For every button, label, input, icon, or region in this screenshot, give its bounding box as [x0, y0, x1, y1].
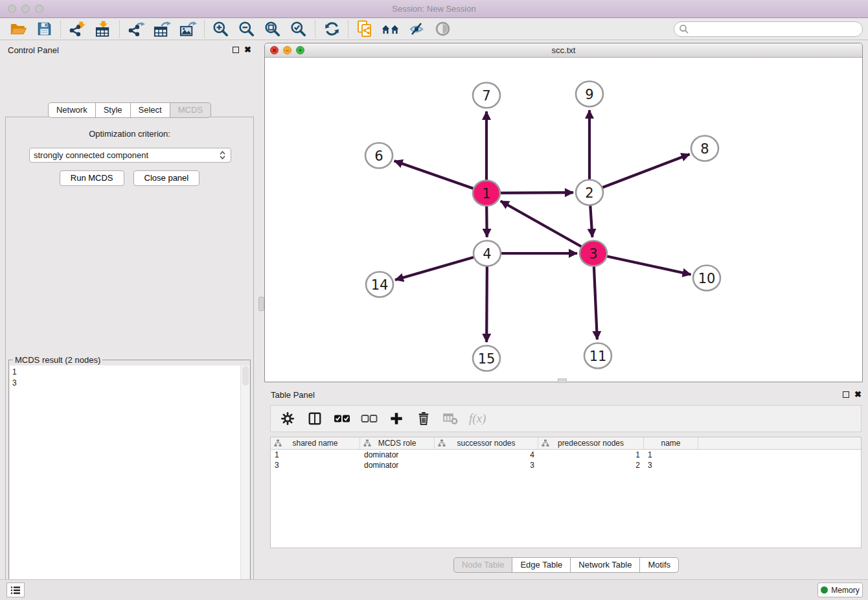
column-header-predecessor-nodes[interactable]: predecessor nodes — [538, 437, 644, 449]
toolbar-separator — [60, 21, 61, 38]
search-input[interactable] — [689, 23, 862, 36]
column-header-name[interactable]: name — [644, 437, 698, 449]
graph-edge-3-1[interactable] — [501, 201, 593, 253]
open-file-icon[interactable] — [5, 19, 31, 39]
memory-button[interactable]: Memory — [817, 583, 863, 597]
tab-edge-table[interactable]: Edge Table — [512, 557, 571, 573]
toolbar-separator — [119, 21, 120, 38]
graph-edge-1-6[interactable] — [394, 161, 486, 193]
graph-edge-3-10[interactable] — [593, 253, 691, 275]
first-neighbors-icon[interactable] — [378, 19, 404, 39]
network-minimize-icon[interactable]: − — [283, 46, 291, 54]
network-window-title: scc.txt — [265, 45, 862, 55]
table-row[interactable]: 1dominator411 — [271, 450, 861, 460]
close-table-panel-icon[interactable]: ✖ — [854, 391, 862, 398]
table-row[interactable]: 3dominator323 — [271, 460, 861, 470]
function-builder-icon[interactable]: f(x) — [469, 410, 486, 428]
add-column-icon[interactable] — [387, 410, 405, 428]
apply-layout-icon[interactable] — [319, 19, 345, 39]
graph-node-1[interactable]: 1 — [473, 181, 500, 206]
graph-node-6[interactable]: 6 — [365, 143, 393, 168]
column-header-shared-name[interactable]: shared name — [271, 437, 360, 449]
table-cell[interactable]: dominator — [360, 450, 435, 460]
control-panel-title: Control Panel — [8, 45, 59, 55]
table-cell[interactable]: 1 — [538, 450, 644, 460]
graph-node-7[interactable]: 7 — [473, 83, 500, 108]
delete-column-icon[interactable] — [415, 410, 433, 428]
table-cell[interactable]: 3 — [435, 460, 538, 470]
import-network-icon[interactable] — [64, 19, 90, 39]
network-graph[interactable]: 7968124314101511 — [265, 58, 862, 382]
export-image-icon[interactable] — [175, 19, 201, 39]
network-window-titlebar[interactable]: ✕ − + scc.txt — [265, 43, 862, 58]
gear-icon[interactable] — [279, 410, 297, 428]
tab-style[interactable]: Style — [95, 102, 131, 118]
network-canvas[interactable]: 7968124314101511 — [265, 58, 862, 382]
mcds-result-scrollbar[interactable] — [240, 365, 249, 600]
close-panel-button[interactable]: Close panel — [133, 170, 200, 186]
import-table-icon[interactable] — [90, 19, 116, 39]
mcds-panel: Optimization criterion: strongly connect… — [5, 117, 254, 600]
table-cell[interactable]: 1 — [644, 450, 698, 460]
svg-text:9: 9 — [585, 87, 593, 102]
show-all-icon[interactable] — [429, 19, 455, 39]
graph-node-14[interactable]: 14 — [366, 272, 393, 297]
zoom-selected-icon[interactable] — [286, 19, 312, 39]
column-header-successor-nodes[interactable]: successor nodes — [435, 437, 538, 449]
hide-selected-icon[interactable] — [404, 19, 429, 39]
graph-node-2[interactable]: 2 — [576, 180, 603, 205]
task-list-icon — [10, 586, 21, 595]
close-panel-icon[interactable]: ✖ — [244, 47, 251, 53]
network-resize-grip[interactable] — [558, 378, 567, 383]
task-history-button[interactable] — [6, 583, 25, 597]
graph-edge-2-8[interactable] — [589, 154, 690, 192]
split-pane-grip[interactable] — [258, 297, 264, 311]
node-table[interactable]: shared nameMCDS rolesuccessor nodesprede… — [270, 437, 862, 548]
zoom-fit-icon[interactable] — [260, 19, 286, 39]
table-panel-title: Table Panel — [271, 390, 315, 400]
table-tabs: Node TableEdge TableNetwork TableMotifs — [264, 555, 868, 575]
network-maximize-icon[interactable]: + — [296, 46, 304, 54]
zoom-in-icon[interactable] — [208, 19, 234, 39]
tab-network[interactable]: Network — [48, 102, 96, 118]
table-panel: Table Panel ✖ — [264, 386, 868, 579]
table-cell[interactable]: 2 — [538, 460, 644, 470]
table-cell[interactable]: 3 — [644, 460, 698, 470]
svg-text:4: 4 — [483, 246, 491, 262]
table-cell[interactable]: dominator — [360, 460, 435, 470]
split-columns-icon[interactable] — [306, 410, 324, 428]
deselect-checkboxes-icon[interactable] — [360, 410, 378, 428]
graph-node-8[interactable]: 8 — [691, 136, 718, 161]
tab-motifs[interactable]: Motifs — [639, 557, 679, 573]
graph-node-15[interactable]: 15 — [473, 346, 500, 371]
column-header-MCDS-role[interactable]: MCDS role — [360, 437, 435, 449]
run-mcds-button[interactable]: Run MCDS — [60, 170, 124, 186]
tab-node-table[interactable]: Node Table — [453, 557, 513, 573]
optimization-criterion-dropdown[interactable]: strongly connected component — [29, 148, 231, 163]
mcds-result-title: MCDS result (2 nodes) — [13, 355, 102, 365]
zoom-out-icon[interactable] — [234, 19, 260, 39]
delete-table-icon[interactable] — [442, 410, 460, 428]
table-cell[interactable]: 4 — [435, 450, 538, 460]
float-panel-icon[interactable] — [233, 47, 239, 53]
tab-network-table[interactable]: Network Table — [570, 557, 640, 573]
table-cell[interactable]: 3 — [271, 460, 360, 470]
network-close-icon[interactable]: ✕ — [270, 46, 279, 54]
graph-node-11[interactable]: 11 — [584, 343, 611, 369]
save-session-icon[interactable] — [31, 19, 57, 39]
search-box[interactable] — [674, 21, 863, 37]
tab-mcds[interactable]: MCDS — [170, 102, 211, 118]
mcds-result-text[interactable]: 13 — [10, 365, 240, 600]
graph-node-9[interactable]: 9 — [576, 82, 603, 107]
export-table-icon[interactable] — [149, 19, 175, 39]
graph-node-3[interactable]: 3 — [580, 241, 607, 266]
export-network-icon[interactable] — [123, 19, 149, 39]
select-all-checkboxes-icon[interactable] — [333, 410, 351, 428]
clone-network-icon[interactable] — [352, 19, 378, 39]
float-table-panel-icon[interactable] — [843, 391, 849, 398]
graph-node-4[interactable]: 4 — [474, 241, 501, 266]
graph-node-10[interactable]: 10 — [693, 266, 720, 291]
table-cell[interactable]: 1 — [271, 450, 360, 460]
app-titlebar: Session: New Session — [0, 0, 868, 18]
tab-select[interactable]: Select — [130, 102, 170, 118]
